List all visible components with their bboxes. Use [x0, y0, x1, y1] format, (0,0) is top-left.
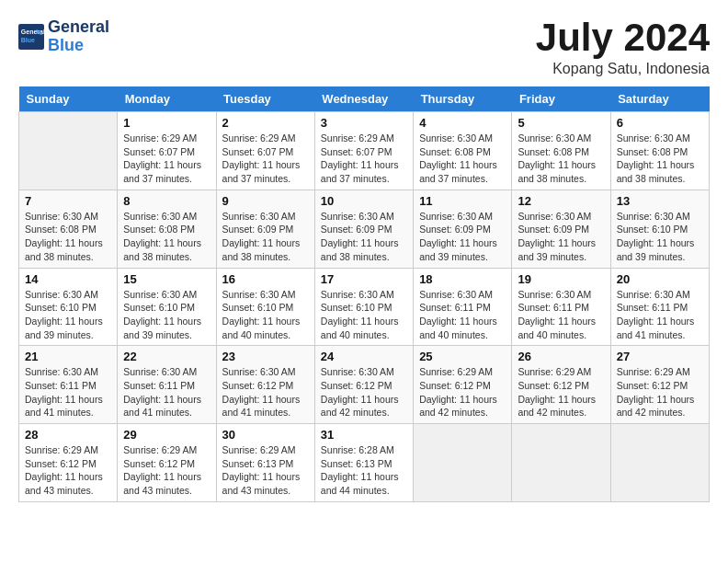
- logo-text-general: General: [48, 18, 109, 37]
- day-info: Sunrise: 6:30 AM Sunset: 6:12 PM Dayligh…: [222, 365, 309, 419]
- calendar-cell: [512, 424, 610, 502]
- calendar-cell: 3Sunrise: 6:29 AM Sunset: 6:07 PM Daylig…: [314, 112, 413, 190]
- days-header-row: SundayMondayTuesdayWednesdayThursdayFrid…: [19, 86, 710, 112]
- day-number: 25: [419, 350, 506, 363]
- day-header-sunday: Sunday: [19, 86, 118, 112]
- day-info: Sunrise: 6:30 AM Sunset: 6:09 PM Dayligh…: [222, 210, 309, 264]
- day-number: 18: [419, 272, 506, 286]
- day-info: Sunrise: 6:30 AM Sunset: 6:11 PM Dayligh…: [419, 288, 506, 342]
- calendar-cell: 19Sunrise: 6:30 AM Sunset: 6:11 PM Dayli…: [512, 268, 610, 346]
- day-number: 4: [419, 116, 506, 130]
- day-info: Sunrise: 6:30 AM Sunset: 6:11 PM Dayligh…: [25, 365, 111, 419]
- logo: General Blue General Blue: [18, 18, 109, 55]
- calendar-week-4: 21Sunrise: 6:30 AM Sunset: 6:11 PM Dayli…: [19, 346, 710, 424]
- calendar-cell: 13Sunrise: 6:30 AM Sunset: 6:10 PM Dayli…: [610, 190, 709, 268]
- day-header-friday: Friday: [512, 86, 610, 112]
- day-number: 23: [222, 350, 309, 363]
- day-number: 26: [518, 350, 604, 363]
- day-number: 24: [321, 350, 407, 363]
- day-number: 31: [321, 428, 407, 442]
- calendar-cell: 15Sunrise: 6:30 AM Sunset: 6:10 PM Dayli…: [118, 268, 216, 346]
- calendar-cell: [414, 424, 512, 502]
- day-number: 30: [222, 428, 309, 442]
- day-number: 12: [518, 194, 604, 208]
- day-info: Sunrise: 6:30 AM Sunset: 6:10 PM Dayligh…: [222, 288, 309, 342]
- calendar-cell: 23Sunrise: 6:30 AM Sunset: 6:12 PM Dayli…: [216, 346, 314, 424]
- month-year: July 2024: [536, 18, 710, 57]
- day-number: 3: [321, 116, 407, 130]
- day-info: Sunrise: 6:29 AM Sunset: 6:07 PM Dayligh…: [123, 132, 210, 186]
- calendar-cell: 1Sunrise: 6:29 AM Sunset: 6:07 PM Daylig…: [118, 112, 216, 190]
- calendar-cell: 28Sunrise: 6:29 AM Sunset: 6:12 PM Dayli…: [19, 424, 118, 502]
- day-number: 19: [518, 272, 604, 286]
- day-header-saturday: Saturday: [610, 86, 709, 112]
- calendar-cell: 14Sunrise: 6:30 AM Sunset: 6:10 PM Dayli…: [19, 268, 118, 346]
- day-info: Sunrise: 6:29 AM Sunset: 6:12 PM Dayligh…: [419, 365, 506, 419]
- day-number: 21: [25, 350, 111, 363]
- day-info: Sunrise: 6:29 AM Sunset: 6:12 PM Dayligh…: [25, 443, 111, 498]
- day-number: 20: [617, 272, 703, 286]
- calendar-week-5: 28Sunrise: 6:29 AM Sunset: 6:12 PM Dayli…: [19, 424, 710, 502]
- calendar-cell: 12Sunrise: 6:30 AM Sunset: 6:09 PM Dayli…: [512, 190, 610, 268]
- day-number: 28: [25, 428, 111, 442]
- day-info: Sunrise: 6:30 AM Sunset: 6:11 PM Dayligh…: [617, 288, 703, 342]
- day-info: Sunrise: 6:30 AM Sunset: 6:08 PM Dayligh…: [25, 210, 111, 264]
- day-number: 13: [617, 194, 703, 208]
- calendar-cell: 4Sunrise: 6:30 AM Sunset: 6:08 PM Daylig…: [414, 112, 512, 190]
- day-info: Sunrise: 6:30 AM Sunset: 6:10 PM Dayligh…: [123, 288, 210, 342]
- calendar-cell: 25Sunrise: 6:29 AM Sunset: 6:12 PM Dayli…: [414, 346, 512, 424]
- day-info: Sunrise: 6:30 AM Sunset: 6:08 PM Dayligh…: [518, 132, 604, 186]
- day-info: Sunrise: 6:29 AM Sunset: 6:12 PM Dayligh…: [617, 365, 703, 419]
- calendar-cell: 5Sunrise: 6:30 AM Sunset: 6:08 PM Daylig…: [512, 112, 610, 190]
- day-number: 9: [222, 194, 309, 208]
- calendar-cell: 31Sunrise: 6:28 AM Sunset: 6:13 PM Dayli…: [314, 424, 413, 502]
- day-info: Sunrise: 6:29 AM Sunset: 6:12 PM Dayligh…: [518, 365, 604, 419]
- day-info: Sunrise: 6:30 AM Sunset: 6:08 PM Dayligh…: [123, 210, 210, 264]
- day-number: 2: [222, 116, 309, 130]
- calendar-cell: 20Sunrise: 6:30 AM Sunset: 6:11 PM Dayli…: [610, 268, 709, 346]
- page-header: General Blue General Blue July 2024 Kopa…: [18, 18, 710, 77]
- calendar-cell: 16Sunrise: 6:30 AM Sunset: 6:10 PM Dayli…: [216, 268, 314, 346]
- calendar-cell: 21Sunrise: 6:30 AM Sunset: 6:11 PM Dayli…: [19, 346, 118, 424]
- calendar-cell: 22Sunrise: 6:30 AM Sunset: 6:11 PM Dayli…: [118, 346, 216, 424]
- day-info: Sunrise: 6:30 AM Sunset: 6:10 PM Dayligh…: [25, 288, 111, 342]
- calendar-table: SundayMondayTuesdayWednesdayThursdayFrid…: [18, 86, 710, 502]
- day-info: Sunrise: 6:28 AM Sunset: 6:13 PM Dayligh…: [321, 443, 407, 498]
- calendar-cell: 27Sunrise: 6:29 AM Sunset: 6:12 PM Dayli…: [610, 346, 709, 424]
- title-section: July 2024 Kopang Satu, Indonesia: [536, 18, 710, 77]
- calendar-cell: 10Sunrise: 6:30 AM Sunset: 6:09 PM Dayli…: [314, 190, 413, 268]
- day-number: 14: [25, 272, 111, 286]
- day-info: Sunrise: 6:29 AM Sunset: 6:07 PM Dayligh…: [321, 132, 407, 186]
- calendar-cell: 26Sunrise: 6:29 AM Sunset: 6:12 PM Dayli…: [512, 346, 610, 424]
- day-header-tuesday: Tuesday: [216, 86, 314, 112]
- day-info: Sunrise: 6:30 AM Sunset: 6:09 PM Dayligh…: [419, 210, 506, 264]
- day-number: 15: [123, 272, 210, 286]
- calendar-cell: 8Sunrise: 6:30 AM Sunset: 6:08 PM Daylig…: [118, 190, 216, 268]
- day-info: Sunrise: 6:29 AM Sunset: 6:12 PM Dayligh…: [123, 443, 210, 498]
- day-info: Sunrise: 6:30 AM Sunset: 6:11 PM Dayligh…: [518, 288, 604, 342]
- location: Kopang Satu, Indonesia: [536, 61, 710, 77]
- calendar-cell: 29Sunrise: 6:29 AM Sunset: 6:12 PM Dayli…: [118, 424, 216, 502]
- day-info: Sunrise: 6:30 AM Sunset: 6:12 PM Dayligh…: [321, 365, 407, 419]
- calendar-cell: 6Sunrise: 6:30 AM Sunset: 6:08 PM Daylig…: [610, 112, 709, 190]
- day-header-thursday: Thursday: [414, 86, 512, 112]
- calendar-week-3: 14Sunrise: 6:30 AM Sunset: 6:10 PM Dayli…: [19, 268, 710, 346]
- day-number: 6: [617, 116, 703, 130]
- logo-icon: General Blue: [18, 24, 44, 50]
- day-number: 10: [321, 194, 407, 208]
- calendar-cell: 11Sunrise: 6:30 AM Sunset: 6:09 PM Dayli…: [414, 190, 512, 268]
- day-number: 11: [419, 194, 506, 208]
- calendar-cell: 9Sunrise: 6:30 AM Sunset: 6:09 PM Daylig…: [216, 190, 314, 268]
- calendar-cell: 2Sunrise: 6:29 AM Sunset: 6:07 PM Daylig…: [216, 112, 314, 190]
- logo-text-blue: Blue: [48, 37, 109, 55]
- day-number: 16: [222, 272, 309, 286]
- day-info: Sunrise: 6:30 AM Sunset: 6:08 PM Dayligh…: [419, 132, 506, 186]
- day-info: Sunrise: 6:29 AM Sunset: 6:13 PM Dayligh…: [222, 443, 309, 498]
- svg-text:Blue: Blue: [21, 36, 35, 42]
- day-number: 29: [123, 428, 210, 442]
- day-number: 8: [123, 194, 210, 208]
- day-number: 5: [518, 116, 604, 130]
- day-header-monday: Monday: [118, 86, 216, 112]
- calendar-cell: 17Sunrise: 6:30 AM Sunset: 6:10 PM Dayli…: [314, 268, 413, 346]
- calendar-week-1: 1Sunrise: 6:29 AM Sunset: 6:07 PM Daylig…: [19, 112, 710, 190]
